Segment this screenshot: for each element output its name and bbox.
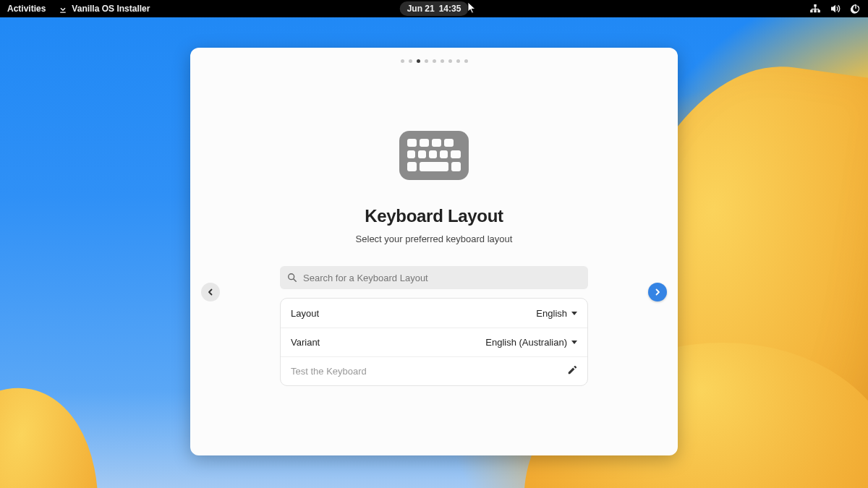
search-input[interactable]	[303, 273, 581, 283]
keyboard-icon	[398, 129, 470, 184]
page-dot	[433, 59, 436, 63]
active-app-indicator[interactable]: Vanilla OS Installer	[59, 4, 150, 14]
variant-row-value: English (Australian)	[485, 337, 567, 348]
svg-rect-12	[451, 162, 461, 171]
layout-row-value: English	[536, 308, 567, 319]
svg-rect-1	[407, 139, 417, 147]
svg-rect-11	[420, 162, 448, 171]
mouse-cursor-icon	[467, 1, 477, 14]
keyboard-settings-panel: Layout English Variant English (Australi…	[280, 298, 588, 386]
active-app-name: Vanilla OS Installer	[72, 4, 150, 14]
chevron-right-icon	[653, 288, 662, 296]
keyboard-layout-search[interactable]	[280, 266, 588, 289]
test-keyboard-row[interactable]: Test the Keyboard	[281, 356, 587, 385]
network-icon	[810, 4, 820, 13]
svg-rect-2	[420, 139, 429, 147]
back-button[interactable]	[201, 283, 220, 301]
topbar-time: 14:35	[439, 4, 461, 14]
page-dot-active	[417, 59, 420, 63]
clock-pill[interactable]: Jun 21 14:35	[400, 1, 469, 16]
layout-row-label: Layout	[291, 308, 536, 319]
svg-rect-9	[451, 150, 461, 158]
download-icon	[59, 4, 67, 13]
page-dot	[425, 59, 428, 63]
svg-rect-5	[407, 150, 415, 158]
chevron-down-icon	[571, 312, 577, 315]
page-dot	[441, 59, 444, 63]
page-dot	[409, 59, 412, 63]
svg-rect-4	[444, 139, 454, 147]
installer-window: Keyboard Layout Select your preferred ke…	[190, 48, 678, 455]
svg-rect-3	[432, 139, 441, 147]
page-dot	[456, 59, 460, 63]
svg-line-14	[294, 279, 296, 281]
svg-rect-10	[407, 162, 417, 171]
next-button[interactable]	[648, 283, 667, 301]
page-dot	[464, 59, 468, 63]
search-icon	[287, 273, 297, 283]
gnome-top-bar: Activities Vanilla OS Installer Jun 21 1…	[0, 0, 868, 17]
test-keyboard-label: Test the Keyboard	[291, 366, 567, 377]
chevron-left-icon	[206, 288, 215, 296]
layout-row[interactable]: Layout English	[281, 299, 587, 328]
svg-rect-7	[429, 150, 437, 158]
volume-icon	[830, 4, 841, 13]
page-dot	[401, 59, 404, 63]
pencil-icon	[567, 365, 577, 377]
power-icon	[851, 4, 861, 14]
variant-row-label: Variant	[291, 337, 485, 348]
variant-row[interactable]: Variant English (Australian)	[281, 328, 587, 356]
page-dot	[448, 59, 452, 63]
svg-rect-8	[440, 150, 448, 158]
svg-rect-6	[418, 150, 426, 158]
system-status-area[interactable]	[810, 4, 861, 14]
chevron-down-icon	[571, 341, 577, 344]
page-title: Keyboard Layout	[365, 206, 503, 226]
topbar-date: Jun 21	[407, 4, 435, 14]
activities-button[interactable]: Activities	[7, 4, 46, 14]
page-indicator	[401, 59, 468, 63]
page-subtitle: Select your preferred keyboard layout	[356, 234, 513, 244]
wallpaper-shape	[0, 369, 123, 488]
